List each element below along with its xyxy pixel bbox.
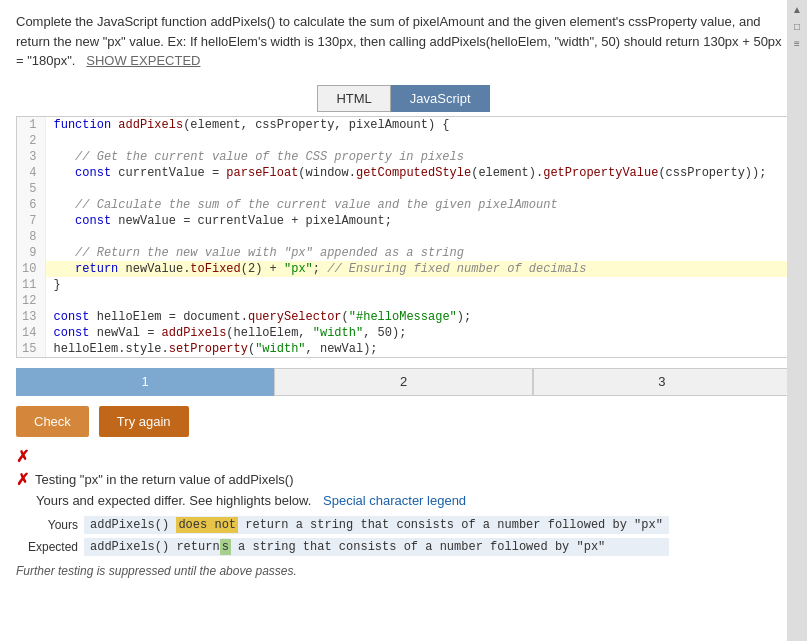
test-title-line: ✗ Testing "px" in the return value of ad…: [16, 470, 791, 489]
sidebar-icon-1[interactable]: ▲: [792, 4, 802, 15]
expected-code: addPixels() returns a string that consis…: [84, 538, 669, 556]
line-code[interactable]: [45, 229, 790, 245]
action-buttons: Check Try again: [16, 406, 791, 437]
further-testing-text: Further testing is suppressed until the …: [16, 564, 791, 578]
line-code[interactable]: const helloElem = document.querySelector…: [45, 309, 790, 325]
code-line-14: 14 const newVal = addPixels(helloElem, "…: [17, 325, 790, 341]
line-code[interactable]: const newValue = currentValue + pixelAmo…: [45, 213, 790, 229]
try-again-button[interactable]: Try again: [99, 406, 189, 437]
code-line-9: 9 // Return the new value with "px" appe…: [17, 245, 790, 261]
line-code[interactable]: [45, 181, 790, 197]
progress-tab-3[interactable]: 3: [533, 368, 791, 396]
sidebar-icon-3[interactable]: ≡: [794, 38, 800, 49]
code-line-10: 10 return newValue.toFixed(2) + "px"; //…: [17, 261, 790, 277]
line-num: 13: [17, 309, 45, 325]
x-icon-small: ✗: [16, 470, 29, 489]
line-code[interactable]: // Return the new value with "px" append…: [45, 245, 790, 261]
code-line-3: 3 // Get the current value of the CSS pr…: [17, 149, 790, 165]
code-line-11: 11 }: [17, 277, 790, 293]
code-editor: 1 function addPixels(element, cssPropert…: [16, 116, 791, 358]
code-table: 1 function addPixels(element, cssPropert…: [17, 117, 790, 357]
line-code[interactable]: [45, 293, 790, 309]
line-code[interactable]: const currentValue = parseFloat(window.g…: [45, 165, 790, 181]
progress-tabs: 1 2 3: [16, 368, 791, 396]
code-line-2: 2: [17, 133, 790, 149]
code-line-1: 1 function addPixels(element, cssPropert…: [17, 117, 790, 133]
code-line-4: 4 const currentValue = parseFloat(window…: [17, 165, 790, 181]
line-num: 7: [17, 213, 45, 229]
line-num: 8: [17, 229, 45, 245]
x-mark: ✗: [16, 448, 29, 465]
description-text: Complete the JavaScript function addPixe…: [0, 0, 807, 79]
code-line-5: 5: [17, 181, 790, 197]
expected-row: Expected addPixels() returns a string th…: [16, 538, 669, 556]
line-num: 11: [17, 277, 45, 293]
differ-line: Yours and expected differ. See highlight…: [36, 493, 791, 508]
tab-html[interactable]: HTML: [317, 85, 390, 112]
result-section: ✗ ✗ Testing "px" in the return value of …: [16, 447, 791, 508]
line-num: 10: [17, 261, 45, 277]
line-num: 1: [17, 117, 45, 133]
code-line-8: 8: [17, 229, 790, 245]
line-code[interactable]: helloElem.style.setProperty("width", new…: [45, 341, 790, 357]
comparison-table: Yours addPixels() does not return a stri…: [16, 516, 669, 556]
code-line-13: 13 const helloElem = document.querySelec…: [17, 309, 790, 325]
line-num: 4: [17, 165, 45, 181]
show-expected-link[interactable]: SHOW EXPECTED: [86, 53, 200, 68]
line-num: 5: [17, 181, 45, 197]
tab-bar: HTML JavaScript: [0, 85, 807, 112]
line-code[interactable]: [45, 133, 790, 149]
test-title: Testing "px" in the return value of addP…: [35, 472, 294, 487]
line-num: 15: [17, 341, 45, 357]
code-line-12: 12: [17, 293, 790, 309]
progress-tab-1[interactable]: 1: [16, 368, 274, 396]
progress-tab-2[interactable]: 2: [274, 368, 532, 396]
yours-label: Yours: [16, 516, 84, 534]
yours-wrong-highlight: does not: [176, 517, 238, 533]
special-legend-link[interactable]: Special character legend: [323, 493, 466, 508]
code-line-15: 15 helloElem.style.setProperty("width", …: [17, 341, 790, 357]
line-num: 3: [17, 149, 45, 165]
right-sidebar: ▲ □ ≡: [787, 0, 807, 586]
code-line-7: 7 const newValue = currentValue + pixelA…: [17, 213, 790, 229]
line-num: 12: [17, 293, 45, 309]
yours-row: Yours addPixels() does not return a stri…: [16, 516, 669, 534]
expected-label: Expected: [16, 538, 84, 556]
line-code[interactable]: }: [45, 277, 790, 293]
fail-icon-large: ✗: [16, 447, 791, 466]
line-num: 14: [17, 325, 45, 341]
tab-javascript[interactable]: JavaScript: [391, 85, 490, 112]
check-button[interactable]: Check: [16, 406, 89, 437]
yours-code: addPixels() does not return a string tha…: [84, 516, 669, 534]
line-code[interactable]: return newValue.toFixed(2) + "px"; // En…: [45, 261, 790, 277]
code-line-6: 6 // Calculate the sum of the current va…: [17, 197, 790, 213]
line-code[interactable]: function addPixels(element, cssProperty,…: [45, 117, 790, 133]
line-code[interactable]: // Calculate the sum of the current valu…: [45, 197, 790, 213]
expected-correct-highlight: s: [220, 539, 231, 555]
differ-text: Yours and expected differ. See highlight…: [36, 493, 311, 508]
line-num: 2: [17, 133, 45, 149]
sidebar-icon-2[interactable]: □: [794, 21, 800, 32]
line-code[interactable]: // Get the current value of the CSS prop…: [45, 149, 790, 165]
line-num: 6: [17, 197, 45, 213]
line-num: 9: [17, 245, 45, 261]
line-code[interactable]: const newVal = addPixels(helloElem, "wid…: [45, 325, 790, 341]
